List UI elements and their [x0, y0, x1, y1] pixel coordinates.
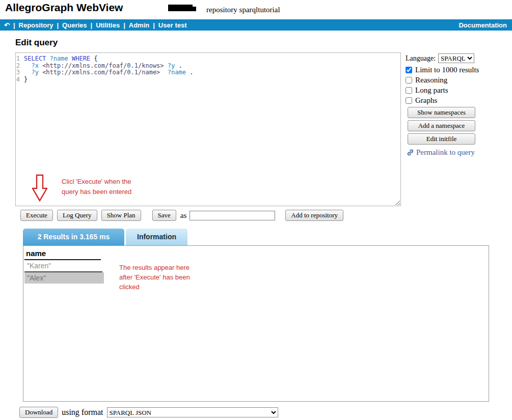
repository-label: repository sparqltutorial	[206, 6, 280, 14]
query-editor[interactable]: 1SELECT ?name WHERE {2 ?x <http://xmlns.…	[15, 52, 401, 206]
nav-item-repository[interactable]: Repository	[19, 21, 53, 29]
results-panel: name "Karen" "Alex" The results appear h…	[23, 245, 489, 402]
limit-checkbox-row[interactable]: Limit to 1000 results	[406, 66, 511, 74]
editor-row: 1SELECT ?name WHERE {2 ?x <http://xmlns.…	[15, 52, 512, 206]
reasoning-checkbox[interactable]	[406, 77, 412, 83]
editor-lines: 1SELECT ?name WHERE {2 ?x <http://xmlns.…	[16, 55, 400, 83]
results-column-header: name	[24, 248, 101, 260]
limit-label: Limit to 1000 results	[415, 66, 479, 74]
editor-annotation-line: Clicl 'Execute' when the	[62, 177, 131, 187]
using-format-label: using format	[62, 408, 103, 417]
annotation-arrow-icon	[32, 174, 47, 202]
query-options-panel: Language: SPARQL Limit to 1000 results R…	[406, 52, 511, 206]
results-tabs: 2 Results in 3.165 ms Information	[23, 229, 512, 245]
execute-button[interactable]: Execute	[20, 210, 53, 221]
main-content: Edit query 1SELECT ?name WHERE {2 ?x <ht…	[15, 38, 512, 418]
long-parts-label: Long parts	[415, 86, 448, 95]
nav-separator: |	[153, 21, 155, 29]
line-number: 2	[16, 63, 24, 70]
code-text: ?y <http://xmlns.com/foaf/0.1/name> ?nam…	[24, 69, 193, 76]
save-button[interactable]: Save	[152, 210, 176, 221]
code-line: 2 ?x <http://xmlns.com/foaf/0.1/knows> ?…	[16, 63, 400, 70]
line-number: 3	[16, 69, 24, 76]
nav-item-admin[interactable]: Admin	[129, 21, 149, 29]
app-title: AllegroGraph WebView	[5, 2, 123, 14]
nav-item-utilities[interactable]: Utilities	[96, 21, 120, 29]
page-title: Edit query	[15, 38, 512, 48]
edit-initfile-button[interactable]: Edit initfile	[408, 133, 475, 145]
permalink-label: Permalink to query	[416, 148, 475, 157]
nav-item-user-test[interactable]: User test	[158, 21, 187, 29]
line-number: 1	[16, 55, 24, 63]
format-select[interactable]: SPARQL JSON	[107, 407, 278, 417]
reasoning-label: Reasoning	[415, 76, 447, 85]
app-header: AllegroGraph WebView repository sparqltu…	[0, 0, 512, 19]
limit-checkbox[interactable]	[406, 67, 412, 73]
result-row: "Karen"	[24, 260, 102, 272]
download-bar: Download using format SPARQL JSON	[19, 407, 512, 418]
nav-documentation-link[interactable]: Documentation	[459, 21, 507, 29]
code-line: 1SELECT ?name WHERE {	[16, 55, 400, 63]
save-name-input[interactable]	[190, 211, 275, 220]
show-plan-button[interactable]: Show Plan	[101, 210, 141, 221]
long-parts-checkbox[interactable]	[406, 87, 412, 94]
nav-separator: |	[123, 21, 125, 29]
nav-separator: |	[13, 21, 15, 29]
nav-separator: |	[91, 21, 93, 29]
results-annotation: The results appear here after 'Execute' …	[119, 263, 190, 292]
graphs-checkbox[interactable]	[406, 97, 412, 104]
show-namespaces-button[interactable]: Show namespaces	[408, 107, 475, 118]
add-namespace-button[interactable]: Add a namespace	[408, 120, 475, 131]
link-icon	[407, 149, 414, 156]
query-toolbar: Execute Log Query Show Plan Save as Add …	[20, 210, 512, 221]
graphs-label: Graphs	[415, 96, 437, 105]
as-label: as	[180, 211, 187, 220]
code-text: SELECT ?name WHERE {	[24, 55, 98, 63]
tab-results[interactable]: 2 Results in 3.165 ms	[23, 229, 124, 245]
language-select[interactable]: SPARQL	[438, 53, 474, 63]
graphs-checkbox-row[interactable]: Graphs	[406, 96, 511, 105]
log-query-button[interactable]: Log Query	[57, 210, 97, 221]
editor-annotation-line: query has been entered	[62, 187, 131, 197]
line-number: 4	[16, 76, 24, 83]
nav-separator: |	[57, 21, 59, 29]
language-row: Language: SPARQL	[406, 53, 511, 63]
long-parts-checkbox-row[interactable]: Long parts	[406, 86, 511, 95]
download-button[interactable]: Download	[19, 407, 58, 418]
permalink-link[interactable]: Permalink to query	[407, 148, 511, 157]
editor-annotation: Clicl 'Execute' when the query has been …	[62, 177, 131, 197]
add-to-repository-button[interactable]: Add to repository	[285, 210, 343, 221]
tab-information[interactable]: Information	[126, 229, 187, 245]
back-icon[interactable]: ↶	[4, 21, 10, 29]
results-annotation-line: The results appear here	[119, 263, 190, 272]
redacted-mark	[190, 7, 196, 11]
nav-menu: ↶ | Repository | Queries | Utilities | A…	[4, 21, 187, 29]
language-label: Language:	[406, 54, 436, 63]
result-row: "Alex"	[24, 272, 104, 284]
results-annotation-line: clicked	[119, 282, 190, 292]
resize-handle[interactable]	[394, 200, 400, 205]
reasoning-checkbox-row[interactable]: Reasoning	[406, 76, 511, 85]
code-text: }	[24, 76, 28, 83]
results-annotation-line: after 'Execute' has been	[119, 272, 190, 282]
main-nav: ↶ | Repository | Queries | Utilities | A…	[0, 19, 512, 31]
code-text: ?x <http://xmlns.com/foaf/0.1/knows> ?y …	[24, 63, 182, 70]
code-line: 3 ?y <http://xmlns.com/foaf/0.1/name> ?n…	[16, 69, 400, 76]
nav-item-queries[interactable]: Queries	[62, 21, 87, 29]
redacted-bar	[168, 5, 193, 11]
code-line: 4}	[16, 76, 400, 83]
